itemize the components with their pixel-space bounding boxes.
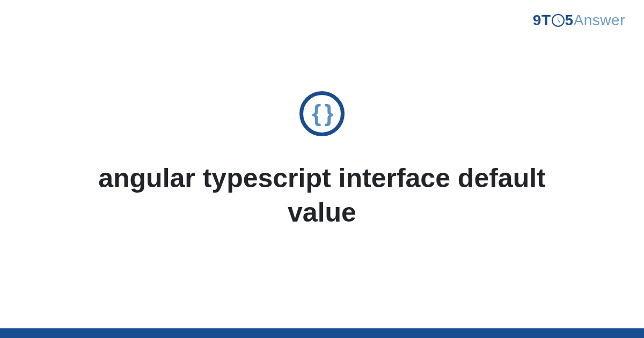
braces-icon: { }	[312, 101, 332, 125]
page-title: angular typescript interface default val…	[64, 161, 580, 230]
footer-accent-bar	[0, 328, 644, 338]
main-content: { } angular typescript interface default…	[0, 0, 644, 328]
topic-icon-circle: { }	[299, 91, 345, 136]
